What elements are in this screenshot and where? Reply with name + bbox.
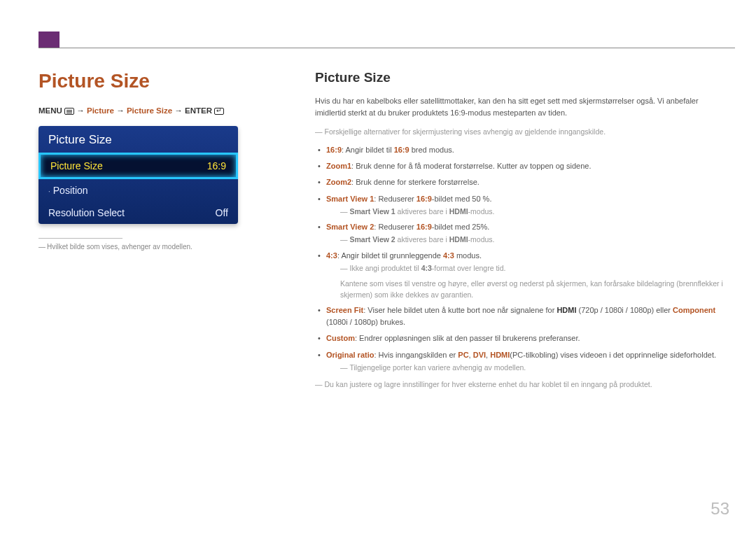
dash-icon: ― xyxy=(315,380,322,388)
osd-row-label: Resolution Select xyxy=(48,207,125,218)
osd-row-picture-size[interactable]: Picture Size 16:9 xyxy=(38,153,238,179)
list-item: Custom: Endrer oppløsningen slik at den … xyxy=(318,332,724,344)
osd-row-label: Picture Size xyxy=(50,160,103,171)
sub-note: ―Tilgjengelige porter kan variere avheng… xyxy=(340,363,724,374)
list-item: Original ratio: Hvis inngangskilden er P… xyxy=(318,349,724,374)
breadcrumb: MENU → Picture → Picture Size → ENTER xyxy=(38,105,280,116)
dash-icon: ― xyxy=(38,243,44,251)
arrow-icon: → xyxy=(76,106,85,115)
osd-row-label: ·Position xyxy=(48,185,88,196)
list-item: Smart View 2: Reduserer 16:9-bildet med … xyxy=(318,221,724,246)
list-item: Screen Fit: Viser hele bildet uten å kut… xyxy=(318,304,724,328)
intro-paragraph: Hvis du har en kabelboks eller satellitt… xyxy=(315,95,724,119)
enter-icon xyxy=(214,108,224,115)
osd-row-position[interactable]: ·Position xyxy=(38,179,238,202)
section-title: Picture Size xyxy=(38,70,280,92)
sub-note: Kantene som vises til venstre og høyre, … xyxy=(340,279,724,301)
osd-row-value: Off xyxy=(216,207,228,218)
options-list: 16:9: Angir bildet til 16:9 bred modus. … xyxy=(315,144,724,373)
sub-note: ―Ikke angi produktet til 4:3-format over… xyxy=(340,263,724,274)
breadcrumb-enter: ENTER xyxy=(185,106,212,115)
breadcrumb-picture: Picture xyxy=(87,106,114,115)
dash-icon: ― xyxy=(340,235,347,244)
list-item: Smart View 1: Reduserer 16:9-bildet med … xyxy=(318,193,724,218)
right-column: Picture Size Hvis du har en kabelboks el… xyxy=(315,70,724,398)
list-item: Zoom1: Bruk denne for å få moderat forst… xyxy=(318,160,724,172)
osd-panel: Picture Size Picture Size 16:9 ·Position… xyxy=(38,126,238,224)
breadcrumb-picture-size: Picture Size xyxy=(127,106,172,115)
dash-icon: ― xyxy=(340,207,347,216)
arrow-icon: → xyxy=(116,106,125,115)
osd-title: Picture Size xyxy=(38,126,238,153)
osd-row-value: 16:9 xyxy=(207,160,226,171)
dash-icon: ― xyxy=(340,264,347,272)
corner-accent xyxy=(38,31,59,48)
top-rule xyxy=(38,48,735,48)
left-column: Picture Size MENU → Picture → Picture Si… xyxy=(38,70,280,251)
list-item: 4:3: Angir bildet til grunnleggende 4:3 … xyxy=(318,250,724,300)
sub-note: ―Smart View 2 aktiveres bare i HDMI-modu… xyxy=(340,234,724,246)
list-item: Zoom2: Bruk denne for sterkere forstørre… xyxy=(318,176,724,188)
page-number: 53 xyxy=(710,499,729,519)
breadcrumb-menu: MENU xyxy=(38,106,62,115)
menu-icon xyxy=(64,108,74,115)
arrow-icon: → xyxy=(174,106,183,115)
subsection-title: Picture Size xyxy=(315,70,724,85)
note-sources: ―Forskjellige alternativer for skjermjus… xyxy=(315,126,724,137)
submenu-dot-icon: · xyxy=(48,188,50,195)
dash-icon: ― xyxy=(315,127,322,136)
osd-row-resolution-select[interactable]: Resolution Select Off xyxy=(38,202,238,224)
dash-icon: ― xyxy=(340,363,347,372)
osd-footnote: ―Hvilket bilde som vises, avhenger av mo… xyxy=(38,243,280,251)
sub-note: ―Smart View 1 aktiveres bare i HDMI-modu… xyxy=(340,206,724,218)
note-adjust: ―Du kan justere og lagre innstillinger f… xyxy=(315,379,724,390)
footnote-rule xyxy=(38,238,122,239)
list-item: 16:9: Angir bildet til 16:9 bred modus. xyxy=(318,144,724,156)
